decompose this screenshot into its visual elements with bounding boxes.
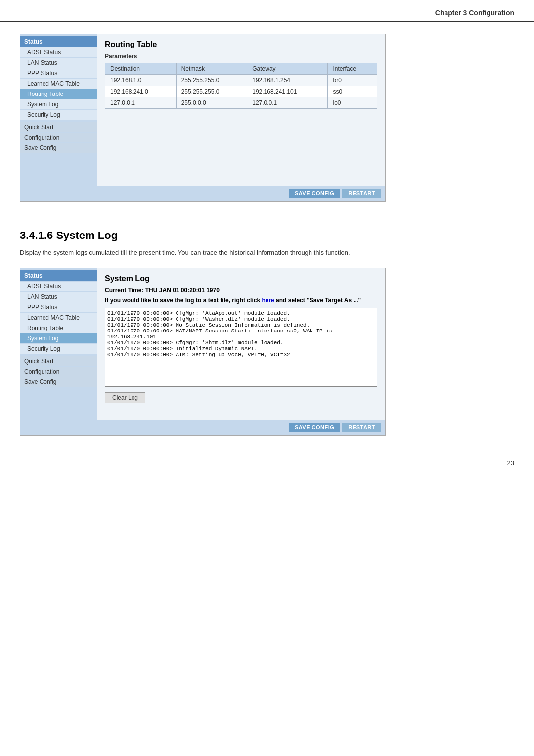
cell-gateway-1: 192.168.1.254 <box>247 75 328 86</box>
sidebar-item-learned-mac[interactable]: Learned MAC Table <box>20 79 97 89</box>
restart-button-1[interactable]: RESTART <box>342 189 381 198</box>
save-config-button-1[interactable]: SAVE CONFIG <box>289 189 340 198</box>
sidebar2-item-routing-table[interactable]: Routing Table <box>20 323 97 333</box>
save-log-hint: If you would like to save the log to a t… <box>105 297 377 304</box>
col-netmask: Netmask <box>176 63 247 75</box>
system-log-bottom-bar: SAVE CONFIG RESTART <box>97 420 385 435</box>
system-log-sidebar: Status ADSL Status LAN Status PPP Status… <box>20 268 97 435</box>
cell-dest-2: 192.168.241.0 <box>105 86 177 97</box>
current-time: Current Time: THU JAN 01 00:20:01 1970 <box>105 287 377 294</box>
cell-interface-1: br0 <box>328 75 377 86</box>
system-log-title: System Log <box>105 274 377 283</box>
sidebar-item-lan-status[interactable]: LAN Status <box>20 58 97 68</box>
col-interface: Interface <box>328 63 377 75</box>
chapter-header: Chapter 3 Configuration <box>0 0 534 22</box>
params-label: Parameters <box>105 53 377 60</box>
routing-sidebar: Status ADSL Status LAN Status PPP Status… <box>20 34 97 201</box>
system-log-content: System Log Current Time: THU JAN 01 00:2… <box>97 268 385 420</box>
sidebar2-item-adsl-status[interactable]: ADSL Status <box>20 282 97 291</box>
table-row: 192.168.241.0 255.255.255.0 192.168.241.… <box>105 86 377 97</box>
sidebar2-group-status: Status <box>20 270 97 281</box>
table-row: 192.168.1.0 255.255.255.0 192.168.1.254 … <box>105 75 377 86</box>
cell-netmask-1: 255.255.255.0 <box>176 75 247 86</box>
system-log-frame: Status ADSL Status LAN Status PPP Status… <box>20 268 386 436</box>
system-log-description: Display the system logs cumulated till t… <box>20 248 514 258</box>
sidebar2-item-ppp-status[interactable]: PPP Status <box>20 302 97 312</box>
sidebar2-save-config[interactable]: Save Config <box>20 377 97 387</box>
sidebar-configuration[interactable]: Configuration <box>20 133 97 142</box>
sidebar2-item-lan-status[interactable]: LAN Status <box>20 292 97 302</box>
system-log-heading: 3.4.1.6 System Log <box>20 229 514 242</box>
sidebar-item-routing-table[interactable]: Routing Table <box>20 89 97 99</box>
restart-button-2[interactable]: RESTART <box>342 423 381 432</box>
sidebar-group-status: Status <box>20 36 97 47</box>
sidebar-quick-start[interactable]: Quick Start <box>20 122 97 132</box>
col-gateway: Gateway <box>247 63 328 75</box>
save-log-link[interactable]: here <box>262 297 274 304</box>
routing-table-content: Routing Table Parameters Destination Net… <box>97 34 385 186</box>
sidebar-item-adsl-status[interactable]: ADSL Status <box>20 47 97 57</box>
cell-gateway-2: 192.168.241.101 <box>247 86 328 97</box>
cell-gateway-3: 127.0.0.1 <box>247 97 328 109</box>
routing-table: Destination Netmask Gateway Interface 19… <box>105 63 377 109</box>
routing-table-title: Routing Table <box>105 40 377 49</box>
sidebar2-item-system-log[interactable]: System Log <box>20 333 97 343</box>
sidebar2-quick-start[interactable]: Quick Start <box>20 356 97 366</box>
log-textarea[interactable] <box>105 308 377 387</box>
save-config-button-2[interactable]: SAVE CONFIG <box>289 423 340 432</box>
cell-interface-2: ss0 <box>328 86 377 97</box>
cell-dest-1: 192.168.1.0 <box>105 75 177 86</box>
sidebar-item-ppp-status[interactable]: PPP Status <box>20 68 97 78</box>
routing-bottom-bar: SAVE CONFIG RESTART <box>97 186 385 201</box>
col-destination: Destination <box>105 63 177 75</box>
save-hint-text-after: and select "Save Target As ..." <box>274 297 361 304</box>
sidebar2-item-security-log[interactable]: Security Log <box>20 344 97 354</box>
cell-netmask-3: 255.0.0.0 <box>176 97 247 109</box>
page-number: 23 <box>0 451 534 474</box>
routing-table-section: Status ADSL Status LAN Status PPP Status… <box>0 22 534 217</box>
cell-interface-3: lo0 <box>328 97 377 109</box>
routing-table-frame: Status ADSL Status LAN Status PPP Status… <box>20 34 386 202</box>
sidebar-item-system-log[interactable]: System Log <box>20 99 97 109</box>
sidebar2-item-learned-mac[interactable]: Learned MAC Table <box>20 313 97 323</box>
cell-dest-3: 127.0.0.1 <box>105 97 177 109</box>
sidebar2-configuration[interactable]: Configuration <box>20 367 97 377</box>
save-hint-text-before: If you would like to save the log to a t… <box>105 297 262 304</box>
system-log-section: 3.4.1.6 System Log Display the system lo… <box>0 217 534 451</box>
clear-log-button[interactable]: Clear Log <box>105 392 145 403</box>
sidebar-item-security-log[interactable]: Security Log <box>20 110 97 120</box>
table-row: 127.0.0.1 255.0.0.0 127.0.0.1 lo0 <box>105 97 377 109</box>
sidebar-save-config[interactable]: Save Config <box>20 143 97 153</box>
cell-netmask-2: 255.255.255.0 <box>176 86 247 97</box>
